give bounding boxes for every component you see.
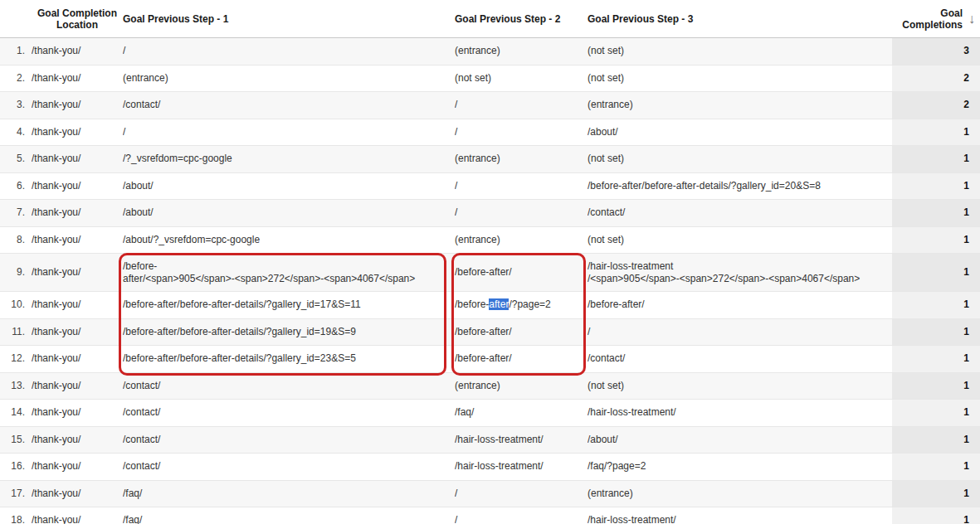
cell-goal-completions: 1 — [963, 153, 969, 165]
row-index: 2. — [17, 72, 25, 85]
cell-goal-previous-step-3: (not set) — [588, 380, 624, 392]
cell-goal-previous-step-1: /?_vsrefdom=cpc-google — [123, 153, 232, 165]
cell-goal-completion-location: /thank-you/ — [32, 99, 80, 111]
cell-goal-previous-step-3: /before-after/ — [588, 298, 645, 311]
cell-goal-previous-step-1: /before-after/before-after-details/?gall… — [123, 352, 356, 365]
header-goal-previous-step-1-label: Goal Previous Step - 1 — [123, 13, 228, 25]
row-index: 3. — [17, 99, 25, 111]
cell-goal-previous-step-1: /before-after/before-after-details/?gall… — [123, 326, 356, 338]
header-goal-previous-step-2-label: Goal Previous Step - 2 — [455, 13, 560, 25]
cell-goal-previous-step-3: /before-after/before-after-details/?gall… — [588, 180, 821, 192]
header-goal-previous-step-3-label: Goal Previous Step - 3 — [588, 13, 693, 25]
header-goal-completions[interactable]: Goal Completions ↓ — [892, 0, 980, 37]
cell-goal-previous-step-3: /hair-loss-treatment/ — [588, 514, 676, 524]
table-row: 18. /thank-you/ /faq/ / /hair-loss-treat… — [0, 507, 980, 524]
cell-goal-completion-location: /thank-you/ — [32, 126, 80, 138]
cell-goal-completions: 1 — [963, 406, 969, 419]
cell-goal-previous-step-1: /contact/ — [123, 380, 160, 392]
header-goal-completion-location[interactable]: Goal Completion Location — [32, 0, 123, 37]
cell-goal-previous-step-3: (not set) — [588, 45, 624, 57]
cell-goal-completion-location: /thank-you/ — [32, 514, 80, 524]
cell-goal-previous-step-1: /before-after/before-after-details/?gall… — [123, 298, 361, 311]
cell-goal-previous-step-2: / — [455, 206, 457, 219]
cell-goal-completion-location: /thank-you/ — [32, 326, 80, 338]
cell-goal-previous-step-1: /contact/ — [123, 434, 160, 446]
cell-goal-completions: 1 — [963, 180, 969, 192]
table-row: 14. /thank-you/ /contact/ /faq/ /hair-lo… — [0, 400, 980, 427]
row-index: 15. — [11, 434, 25, 446]
cell-goal-previous-step-2: /hair-loss-treatment/ — [455, 460, 544, 473]
table-row: 11. /thank-you/ /before-after/before-aft… — [0, 319, 980, 347]
table-row: 10. /thank-you/ /before-after/before-aft… — [0, 292, 980, 319]
cell-goal-previous-step-2: /hair-loss-treatment/ — [455, 434, 544, 446]
cell-goal-completion-location: /thank-you/ — [32, 298, 80, 311]
row-index: 9. — [17, 266, 25, 279]
header-goal-completion-location-label: Goal Completion Location — [32, 7, 123, 31]
table-row: 15. /thank-you/ /contact/ /hair-loss-tre… — [0, 427, 980, 454]
cell-goal-previous-step-3: /hair-loss-treatment/ — [588, 406, 676, 419]
cell-goal-completions: 1 — [963, 206, 969, 219]
row-index: 10. — [11, 298, 25, 311]
cell-goal-previous-step-2: / — [455, 126, 457, 138]
cell-goal-completions: 1 — [963, 488, 969, 500]
table-row: 5. /thank-you/ /?_vsrefdom=cpc-google (e… — [0, 146, 980, 173]
cell-goal-previous-step-2: /before-after/ — [455, 326, 512, 338]
cell-goal-completions: 2 — [963, 72, 969, 85]
cell-goal-completion-location: /thank-you/ — [32, 460, 80, 473]
cell-goal-previous-step-1: /before- after/<span>905</span>-<span>27… — [123, 260, 415, 285]
cell-goal-previous-step-3: /about/ — [588, 126, 618, 138]
cell-goal-previous-step-3: / — [588, 326, 590, 338]
cell-goal-previous-step-1: /contact/ — [123, 406, 160, 419]
cell-goal-completions: 1 — [963, 434, 969, 446]
header-goal-previous-step-2[interactable]: Goal Previous Step - 2 — [455, 0, 588, 37]
cell-goal-previous-step-2: (entrance) — [455, 45, 500, 57]
cell-goal-completion-location: /thank-you/ — [32, 45, 80, 57]
cell-goal-completions: 1 — [963, 234, 969, 246]
cell-goal-previous-step-2: /before-after/ — [455, 352, 512, 365]
cell-goal-completion-location: /thank-you/ — [32, 266, 80, 279]
cell-goal-previous-step-1: (entrance) — [123, 72, 168, 85]
row-index: 13. — [11, 380, 25, 392]
cell-goal-completion-location: /thank-you/ — [32, 352, 80, 365]
table-row: 7. /thank-you/ /about/ / /contact/ 1 — [0, 200, 980, 227]
table-row: 16. /thank-you/ /contact/ /hair-loss-tre… — [0, 454, 980, 481]
row-index: 7. — [17, 206, 25, 219]
cell-goal-completion-location: /thank-you/ — [32, 72, 80, 85]
cell-goal-previous-step-3: /contact/ — [588, 206, 625, 219]
row-index: 16. — [11, 460, 25, 473]
table-row: 9. /thank-you/ /before- after/<span>905<… — [0, 254, 980, 292]
header-goal-previous-step-1[interactable]: Goal Previous Step - 1 — [123, 0, 455, 37]
cell-goal-completion-location: /thank-you/ — [32, 153, 80, 165]
cell-goal-previous-step-3: /about/ — [588, 434, 618, 446]
header-goal-completions-label: Goal Completions — [896, 7, 963, 31]
cell-goal-previous-step-3: (not set) — [588, 234, 624, 246]
cell-goal-previous-step-1: /contact/ — [123, 460, 160, 473]
cell-goal-completion-location: /thank-you/ — [32, 380, 80, 392]
cell-goal-previous-step-2: /before-after/ — [455, 266, 512, 279]
cell-goal-previous-step-1: / — [123, 45, 125, 57]
table-body: 1. /thank-you/ / (entrance) (not set) 3 … — [0, 38, 980, 524]
table-row: 4. /thank-you/ / / /about/ 1 — [0, 119, 980, 147]
sort-descending-icon[interactable]: ↓ — [968, 12, 975, 26]
cell-goal-previous-step-2: /before-after/?page=2 — [455, 298, 551, 311]
cell-goal-completion-location: /thank-you/ — [32, 180, 80, 192]
row-index: 17. — [11, 488, 25, 500]
cell-goal-completion-location: /thank-you/ — [32, 434, 80, 446]
cell-goal-completion-location: /thank-you/ — [32, 488, 80, 500]
header-row-number — [0, 0, 32, 37]
cell-goal-completions: 1 — [963, 298, 969, 311]
row-index: 6. — [17, 180, 25, 192]
cell-goal-completions: 3 — [963, 45, 969, 57]
cell-goal-previous-step-3: (entrance) — [588, 488, 633, 500]
header-goal-previous-step-3[interactable]: Goal Previous Step - 3 — [588, 0, 892, 37]
cell-goal-previous-step-1: /about/ — [123, 180, 154, 192]
row-index: 12. — [11, 352, 25, 365]
table-header-row: Goal Completion Location Goal Previous S… — [0, 0, 980, 38]
table-row: 17. /thank-you/ /faq/ / (entrance) 1 — [0, 481, 980, 508]
table-row: 3. /thank-you/ /contact/ / (entrance) 2 — [0, 92, 980, 119]
table-row: 1. /thank-you/ / (entrance) (not set) 3 — [0, 38, 980, 66]
table-row: 13. /thank-you/ /contact/ (entrance) (no… — [0, 373, 980, 400]
cell-goal-previous-step-3: (entrance) — [588, 99, 633, 111]
table-row: 2. /thank-you/ (entrance) (not set) (not… — [0, 66, 980, 93]
cell-goal-previous-step-1: / — [123, 126, 125, 138]
